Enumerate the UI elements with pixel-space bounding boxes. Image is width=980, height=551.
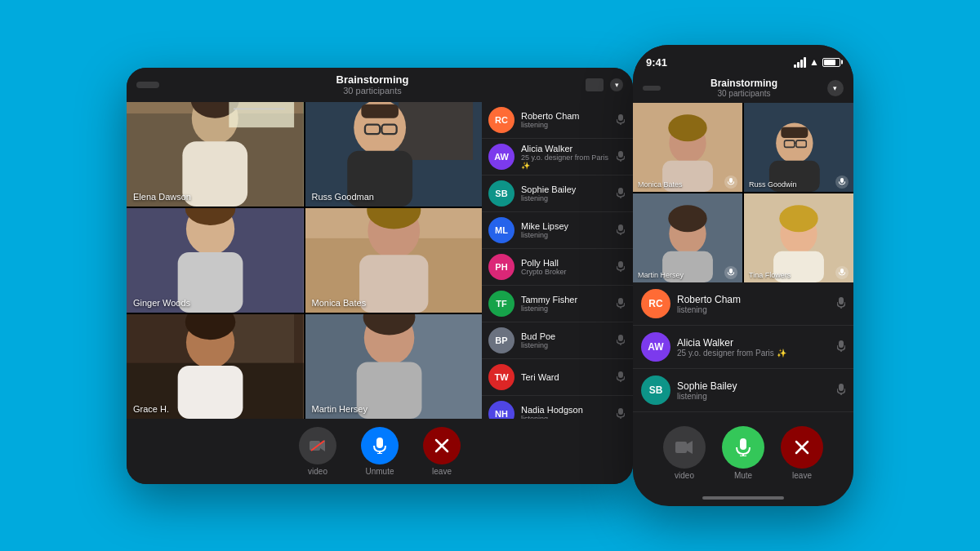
video-cell-3: Ginger Woods (127, 208, 304, 313)
participant-avatar: SB (488, 180, 514, 207)
video-cell-5: Grace H. (127, 314, 304, 419)
svg-rect-97 (675, 442, 687, 453)
phone-menu-dots[interactable] (643, 86, 661, 91)
phone-participant-item: SB Sophie Bailey listening (633, 369, 853, 412)
svg-rect-99 (740, 438, 746, 450)
svg-rect-93 (839, 340, 844, 348)
video-label-4: Monica Bates (312, 298, 367, 308)
svg-rect-50 (618, 335, 623, 341)
svg-rect-5 (229, 102, 294, 127)
participant-name: Mike Lipsey (521, 221, 608, 231)
phone-participants-panel: RC Roberto Cham listening AW Alicia Walk… (633, 282, 853, 420)
tablet-participant-item: PH Polly Hall Crypto Broker (482, 249, 633, 286)
phone-participant-item: AW Alicia Walker 25 y.o. designer from P… (633, 326, 853, 369)
svg-rect-46 (618, 261, 623, 268)
svg-point-84 (668, 205, 706, 232)
participant-name: Teri Ward (521, 372, 608, 382)
phone-header: Brainstorming 30 participants ▾ (633, 74, 853, 103)
video-label-2: Russ Goodman (312, 192, 374, 202)
tablet-participant-item: AW Alicia Walker 25 y.o. designer from P… (482, 139, 633, 176)
participant-name: Nadia Hodgson (521, 405, 608, 415)
svg-rect-3 (182, 141, 247, 207)
tablet-body: Elena Dawson Rus (127, 102, 633, 419)
phone-status-bar: 9:41 ▲ (633, 45, 853, 74)
svg-rect-40 (618, 151, 623, 158)
tablet-participant-item: RC Roberto Cham listening (482, 102, 633, 139)
signal-icon (794, 57, 806, 68)
phone-video-cell-3: Martin Hersey (633, 193, 742, 282)
mic-icon (615, 224, 626, 236)
phone-participants-count: 30 participants (710, 89, 777, 98)
video-button[interactable]: video (299, 427, 336, 476)
svg-rect-63 (376, 438, 383, 448)
mic-icon (615, 261, 626, 273)
svg-rect-52 (618, 371, 623, 378)
participant-info: Teri Ward (521, 372, 608, 382)
svg-rect-11 (398, 102, 472, 160)
video-label-3: Ginger Woods (133, 298, 190, 308)
tablet-participant-item: SB Sophie Bailey listening (482, 176, 633, 212)
phone-home-indicator (633, 490, 853, 506)
participant-name: Bud Poe (521, 331, 608, 341)
participant-info: Mike Lipsey listening (521, 221, 608, 239)
phone-mic-icon (837, 297, 845, 311)
svg-rect-85 (729, 269, 733, 273)
svg-rect-31 (178, 366, 243, 419)
phone-participant-info: Alicia Walker 25 y.o. designer from Pari… (677, 337, 831, 358)
participant-avatar: TW (488, 364, 514, 390)
phone-chevron-icon[interactable]: ▾ (827, 80, 844, 96)
phone-mic-icon-2 (835, 176, 849, 189)
phone-status-icons: ▲ (794, 56, 840, 68)
svg-point-89 (779, 205, 817, 232)
participant-avatar: AW (488, 144, 514, 170)
participant-status: listening (521, 121, 608, 129)
participant-name: Sophie Bailey (521, 184, 608, 194)
participants-panel: RC Roberto Cham listening AW Alicia Walk… (482, 102, 633, 419)
mute-button[interactable]: Unmute (361, 427, 399, 476)
phone-time: 9:41 (646, 56, 667, 69)
mic-icon (615, 298, 626, 309)
svg-rect-79 (781, 127, 808, 138)
phone-participant-avatar: AW (641, 332, 670, 362)
participant-status: Crypto Broker (521, 268, 608, 276)
phone-participant-item: RC Roberto Cham listening (633, 282, 853, 326)
svg-rect-54 (618, 408, 623, 415)
phone-video-grid: Monica Bates Russ Goodwin (633, 103, 853, 282)
tablet-menu-dots[interactable] (136, 82, 159, 88)
video-cell-6: Martin Hersey (305, 314, 483, 419)
phone-participant-name: Sophie Bailey (677, 380, 831, 392)
phone-video-button[interactable]: video (663, 426, 706, 480)
phone-participant-status: listening (677, 392, 831, 401)
phone-device: 9:41 ▲ Brainstorming 30 participants ▾ (633, 45, 853, 506)
tablet-participant-item: TF Tammy Fisher listening (482, 286, 633, 322)
tablet-participant-item: ML Mike Lipsey listening (482, 212, 633, 249)
phone-video-cell-1: Monica Bates (633, 103, 742, 192)
participant-avatar: NH (488, 401, 514, 419)
leave-button[interactable]: leave (423, 427, 461, 476)
participant-avatar: BP (488, 327, 514, 353)
mic-icon (615, 371, 626, 383)
video-cell-2: Russ Goodman (305, 102, 483, 207)
participant-name: Polly Hall (521, 258, 608, 268)
tablet-title-area: Brainstorming 30 participants (336, 73, 409, 96)
participant-name: Tammy Fisher (521, 295, 608, 304)
chevron-down-icon[interactable]: ▾ (610, 78, 623, 91)
phone-participant-status: listening (677, 305, 831, 314)
wifi-icon: ▲ (809, 56, 819, 68)
phone-mute-button[interactable]: Mute (722, 426, 764, 480)
tablet-participant-item: BP Bud Poe listening (482, 322, 633, 359)
svg-rect-38 (618, 114, 623, 121)
participant-avatar: TF (488, 291, 514, 317)
mic-icon (615, 408, 626, 419)
participant-info: Sophie Bailey listening (521, 184, 608, 202)
phone-mic-icon (837, 384, 845, 398)
home-bar (702, 496, 784, 500)
grid-view-icon[interactable] (586, 78, 604, 91)
participant-info: Roberto Cham listening (521, 111, 608, 129)
participant-info: Alicia Walker 25 y.o. designer from Pari… (521, 144, 608, 170)
phone-leave-button[interactable]: leave (781, 426, 823, 480)
tablet-participant-item: NH Nadia Hodgson listening (482, 396, 633, 419)
participant-avatar: RC (488, 107, 514, 133)
video-cell-1: Elena Dawson (127, 102, 304, 207)
mic-icon (615, 188, 626, 199)
